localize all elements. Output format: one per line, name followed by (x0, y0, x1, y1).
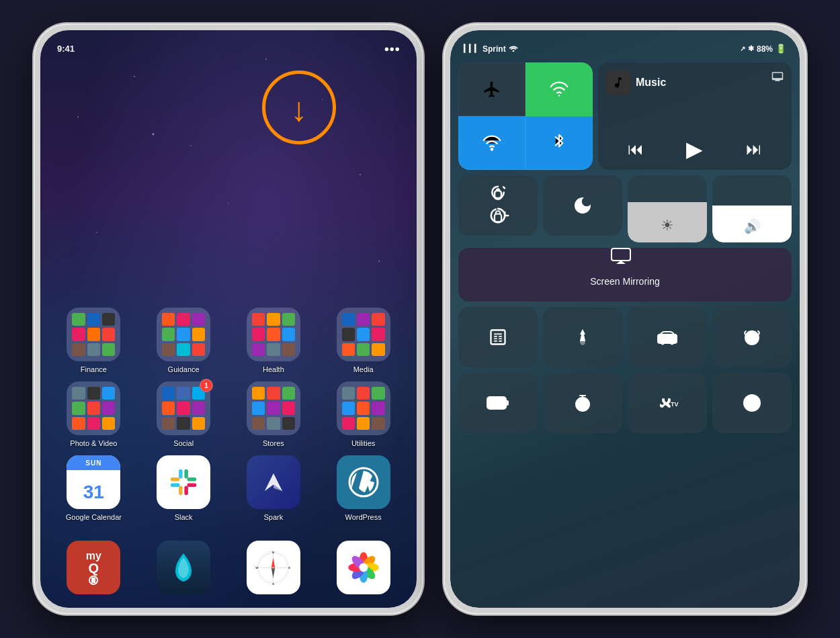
phones-container: 9:41 ●●● ↓ (34, 24, 806, 614)
music-rewind-button[interactable]: ⏮ (628, 140, 644, 158)
time-display: 9:41 (57, 44, 75, 57)
svg-rect-37 (491, 330, 505, 345)
social-folder-icon: 1 (157, 381, 210, 435)
svg-marker-8 (265, 473, 282, 491)
cc-row-4 (458, 307, 792, 367)
bluetooth-button[interactable] (526, 116, 593, 170)
social-label: Social (173, 439, 194, 447)
timer-button[interactable] (543, 373, 622, 433)
social-folder[interactable]: 1 Social (144, 381, 224, 447)
bluetooth-icon: ✱ (748, 44, 754, 53)
app-grid-row2: Photo & Video (50, 381, 407, 447)
screen-mirroring-icon (611, 248, 631, 268)
music-header: Music (606, 71, 784, 95)
myq-app[interactable]: my Q (54, 541, 134, 594)
left-screen: 9:41 ●●● ↓ (40, 30, 417, 608)
finance-folder[interactable]: Finance (54, 308, 134, 373)
photos-app[interactable] (323, 541, 403, 594)
volume-icon: 🔊 (744, 218, 761, 234)
svg-point-63 (747, 398, 757, 408)
wifi-button[interactable] (458, 116, 526, 170)
app-grid-row1: Finance (50, 308, 407, 373)
screen-mirroring-label: Screen Mirroring (590, 276, 659, 287)
media-folder[interactable]: Media (323, 308, 403, 373)
wordpress-app[interactable]: WordPress (323, 455, 403, 521)
wordpress-icon (337, 455, 390, 509)
music-forward-button[interactable]: ⏭ (746, 140, 762, 158)
health-folder-icon (247, 308, 300, 361)
utilities-folder-icon (337, 381, 390, 435)
health-label: Health (263, 365, 284, 373)
status-bar-right: ▎▎▎ Sprint ↗ ✱ 88% (458, 40, 792, 57)
arrow-circle: ↓ (262, 71, 336, 144)
calculator-button[interactable] (458, 307, 538, 367)
svg-rect-49 (661, 336, 665, 339)
apple-tv-button[interactable]: TV (628, 373, 707, 433)
screen-mirroring-button[interactable]: Screen Mirroring (458, 248, 792, 302)
drop-app[interactable] (144, 541, 224, 594)
volume-slider[interactable]: 🔊 (712, 175, 792, 242)
music-label: Music (636, 77, 666, 89)
svg-rect-35 (495, 214, 501, 222)
safari-app[interactable]: N S E W (234, 541, 314, 594)
photo-video-folder-icon (67, 381, 120, 435)
media-folder-icon (337, 308, 390, 361)
cc-row-2: ☀ 🔊 (458, 175, 792, 242)
photo-video-folder[interactable]: Photo & Video (54, 381, 134, 447)
wifi-status-icon (509, 44, 518, 54)
utilities-label: Utilities (351, 439, 375, 447)
alarm-button[interactable] (712, 307, 792, 367)
flashlight-button[interactable] (543, 307, 622, 367)
do-not-disturb-button[interactable] (543, 175, 622, 236)
google-calendar-app[interactable]: SUN 31 Google Calendar (54, 455, 134, 521)
google-calendar-icon: SUN 31 (67, 455, 120, 509)
slack-app[interactable]: Slack (144, 455, 224, 521)
svg-rect-3 (185, 486, 189, 496)
carplay-button[interactable] (628, 307, 707, 367)
cellular-button[interactable] (526, 62, 593, 116)
guidance-folder[interactable]: Guidance (144, 308, 224, 373)
music-play-button[interactable]: ▶ (686, 136, 703, 162)
status-left-group: ▎▎▎ Sprint (464, 44, 518, 54)
calendar-day: 31 (83, 482, 104, 502)
svg-text:S: S (272, 582, 274, 585)
apple-tv-label: TV (656, 396, 679, 410)
spark-icon (247, 455, 300, 509)
airplay-icon[interactable] (771, 71, 784, 85)
brightness-slider[interactable]: ☀ (628, 175, 707, 242)
airplane-mode-button[interactable] (458, 62, 526, 116)
stores-label: Stores (263, 439, 284, 447)
stores-folder[interactable]: Stores (234, 381, 314, 447)
right-screen: ▎▎▎ Sprint ↗ ✱ 88% (450, 30, 800, 608)
arrow-down-icon: ↓ (291, 93, 308, 126)
stores-folder-icon (247, 381, 300, 435)
carrier-name: Sprint (482, 44, 506, 54)
svg-point-47 (661, 342, 665, 345)
control-center: ▎▎▎ Sprint ↗ ✱ 88% (450, 30, 800, 608)
app-grid-row3: SUN 31 Google Calendar (50, 455, 407, 521)
safari-icon: N S E W (247, 541, 300, 594)
finance-folder-icon (67, 308, 120, 361)
rotation-lock-button[interactable] (458, 175, 538, 236)
health-folder[interactable]: Health (234, 308, 314, 373)
svg-rect-36 (612, 248, 630, 261)
control-center-grid: Music ⏮ ▶ ⏭ (458, 62, 792, 601)
spark-app[interactable]: Spark (234, 455, 314, 521)
cc-row-5: TV (458, 373, 792, 433)
screen-record-button[interactable] (712, 373, 792, 433)
right-iphone: ▎▎▎ Sprint ↗ ✱ 88% (444, 24, 806, 614)
svg-rect-2 (179, 486, 183, 496)
utilities-folder[interactable]: Utilities (323, 381, 403, 447)
music-tile[interactable]: Music ⏮ ▶ ⏭ (598, 62, 792, 170)
cc-row-3: Screen Mirroring (458, 248, 792, 302)
low-power-button[interactable] (458, 373, 538, 433)
drop-icon (157, 541, 210, 594)
battery-percent: 88% (757, 44, 773, 54)
cc-row-1: Music ⏮ ▶ ⏭ (458, 62, 792, 170)
svg-rect-0 (179, 469, 183, 479)
svg-rect-4 (171, 477, 180, 482)
photo-video-label: Photo & Video (70, 439, 117, 447)
battery-icons: ●●● (384, 44, 400, 57)
svg-rect-1 (185, 469, 189, 479)
guidance-label: Guidance (168, 365, 200, 373)
